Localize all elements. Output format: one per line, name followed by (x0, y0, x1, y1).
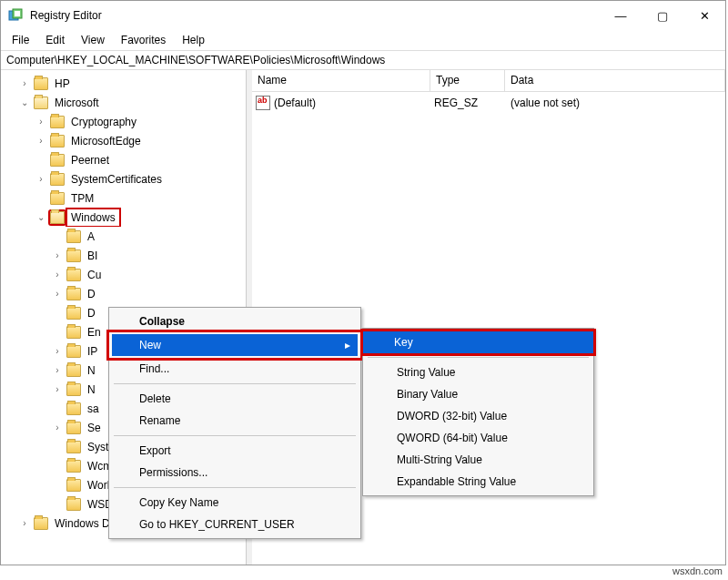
folder-icon (66, 498, 81, 511)
ctx-new-key[interactable]: Key (363, 331, 593, 353)
menu-edit[interactable]: Edit (38, 32, 72, 48)
tree-item-d[interactable]: ›D (1, 284, 246, 303)
address-bar[interactable]: Computer\HKEY_LOCAL_MACHINE\SOFTWARE\Pol… (1, 50, 725, 70)
tree-label: N (85, 363, 98, 378)
minimize-button[interactable]: — (600, 1, 642, 30)
tree-label: HP (52, 76, 73, 91)
ctx-delete[interactable]: Delete (112, 388, 358, 410)
col-header-data[interactable]: Data (505, 70, 725, 91)
folder-icon (66, 402, 81, 415)
folder-icon (50, 116, 65, 128)
tree-item-systemcertificates[interactable]: ›SystemCertificates (1, 169, 246, 188)
expander-none (50, 497, 65, 512)
folder-icon (50, 211, 65, 224)
tree-label: Cu (85, 268, 104, 282)
chevron-right-icon[interactable]: › (50, 344, 65, 359)
tree-label: N (85, 382, 98, 397)
ctx-new-binary[interactable]: Binary Value (366, 383, 591, 405)
chevron-right-icon[interactable]: › (34, 172, 48, 187)
ctx-permissions[interactable]: Permissions... (112, 462, 358, 483)
col-header-name[interactable]: Name (252, 70, 430, 91)
ctx-find[interactable]: Find... (112, 358, 358, 380)
chevron-right-icon: ▸ (345, 339, 350, 351)
window-title: Registry Editor (30, 9, 600, 22)
folder-icon (66, 307, 81, 320)
cell-data: (value not set) (511, 97, 580, 109)
chevron-right-icon[interactable]: › (50, 421, 65, 435)
menu-view[interactable]: View (74, 32, 112, 48)
titlebar[interactable]: Registry Editor — ▢ ✕ (1, 1, 725, 30)
folder-icon (50, 154, 65, 167)
ctx-collapse[interactable]: Collapse (112, 310, 358, 332)
maximize-button[interactable]: ▢ (642, 1, 683, 30)
ctx-goto-hkcu[interactable]: Go to HKEY_CURRENT_USER (112, 514, 358, 535)
expander-none (50, 478, 65, 493)
ctx-new-label: New (139, 339, 161, 351)
ctx-new-qword[interactable]: QWORD (64-bit) Value (366, 427, 591, 449)
tree-item-bi[interactable]: ›BI (1, 246, 246, 265)
expander-none (34, 191, 48, 206)
menu-help[interactable]: Help (175, 32, 212, 48)
chevron-right-icon[interactable]: › (50, 382, 65, 397)
folder-icon (34, 77, 48, 90)
tree-label: sa (85, 402, 102, 416)
chevron-down-icon[interactable]: ⌄ (34, 210, 48, 225)
tree-item-windows[interactable]: ⌄Windows (1, 208, 246, 227)
tree-label: IP (85, 344, 100, 359)
folder-icon (34, 97, 48, 109)
expander-none (50, 459, 65, 473)
chevron-right-icon[interactable]: › (34, 134, 48, 148)
chevron-right-icon[interactable]: › (50, 287, 65, 301)
folder-icon (66, 269, 81, 281)
context-menu: Collapse New ▸ Find... Delete Rename Exp… (108, 307, 361, 539)
tree-label: Cryptography (68, 115, 139, 129)
tree-item-microsoftedge[interactable]: ›MicrosoftEdge (1, 131, 246, 150)
ctx-copy-key-name[interactable]: Copy Key Name (112, 492, 358, 514)
col-header-type[interactable]: Type (430, 70, 505, 91)
content-area: ›HP⌄Microsoft›Cryptography›MicrosoftEdge… (1, 70, 725, 565)
tree-label: MicrosoftEdge (68, 134, 144, 148)
ctx-new-expandstring[interactable]: Expandable String Value (366, 471, 591, 493)
ctx-new-dword[interactable]: DWORD (32-bit) Value (366, 405, 591, 427)
ctx-rename[interactable]: Rename (112, 410, 358, 432)
menubar: File Edit View Favorites Help (1, 30, 725, 50)
chevron-right-icon[interactable]: › (17, 76, 32, 91)
chevron-right-icon[interactable]: › (50, 249, 65, 263)
tree-label: BI (85, 249, 100, 263)
chevron-right-icon[interactable]: › (50, 363, 65, 378)
menu-file[interactable]: File (5, 32, 36, 48)
folder-icon (66, 383, 81, 396)
tree-item-tpm[interactable]: TPM (1, 188, 246, 208)
tree-item-a[interactable]: A (1, 227, 246, 246)
expander-none (50, 229, 65, 244)
context-submenu-new: Key String Value Binary Value DWORD (32-… (362, 328, 594, 496)
tree-label: TPM (68, 191, 96, 206)
tree-label: SystemCertificates (68, 172, 165, 187)
tree-label: D (85, 287, 98, 301)
ctx-new-multistring[interactable]: Multi-String Value (366, 449, 591, 471)
chevron-right-icon[interactable]: › (34, 115, 48, 129)
separator (114, 435, 356, 436)
tree-item-hp[interactable]: ›HP (1, 74, 246, 93)
tree-item-peernet[interactable]: Peernet (1, 150, 246, 169)
chevron-down-icon[interactable]: ⌄ (17, 96, 32, 110)
ctx-export[interactable]: Export (112, 440, 358, 462)
tree-label: Se (85, 421, 104, 435)
folder-icon (66, 288, 81, 300)
expander-none (50, 306, 65, 321)
folder-icon (66, 441, 81, 453)
expander-none (50, 440, 65, 454)
chevron-right-icon[interactable]: › (50, 268, 65, 282)
chevron-right-icon[interactable]: › (17, 516, 32, 531)
close-button[interactable]: ✕ (683, 1, 725, 30)
expander-none (50, 402, 65, 416)
tree-item-cu[interactable]: ›Cu (1, 265, 246, 284)
ctx-new[interactable]: New ▸ (112, 334, 358, 356)
tree-item-microsoft[interactable]: ⌄Microsoft (1, 93, 246, 112)
tree-item-cryptography[interactable]: ›Cryptography (1, 112, 246, 131)
list-row[interactable]: (Default) REG_SZ (value not set) (252, 92, 725, 112)
expander-none (50, 325, 65, 340)
folder-icon (66, 249, 81, 262)
ctx-new-string[interactable]: String Value (366, 361, 591, 383)
menu-favorites[interactable]: Favorites (114, 32, 173, 48)
